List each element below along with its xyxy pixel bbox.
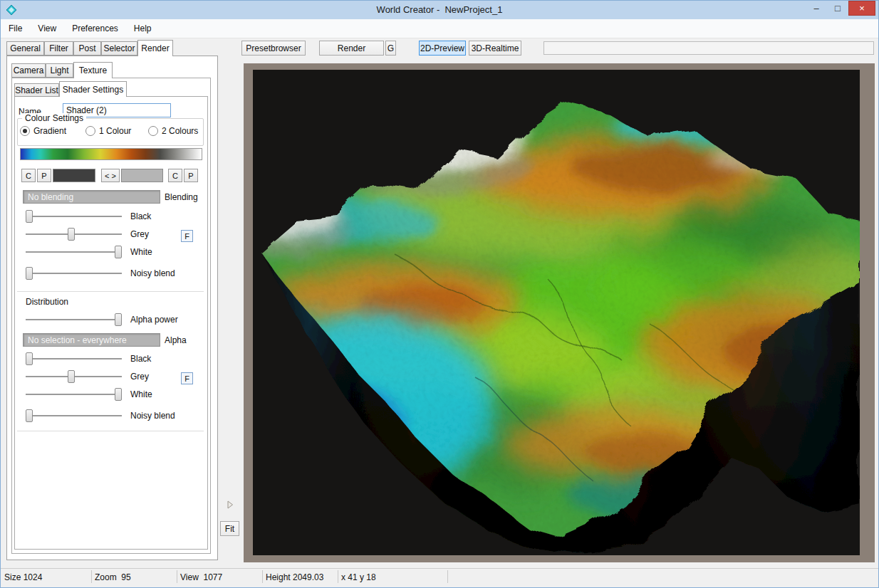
grey-slider[interactable] (26, 227, 122, 241)
titlebar[interactable]: World Creator - NewProject_1 – □ × (1, 1, 878, 19)
two-colours-radio[interactable]: 2 Colours (148, 126, 198, 136)
render-progressbar (543, 41, 874, 55)
radio-icon[interactable] (85, 126, 95, 136)
dist-grey-slider-label: Grey (130, 372, 149, 382)
noisy-blend-slider[interactable] (26, 266, 122, 280)
grey-slider-label: Grey (130, 229, 149, 239)
alpha-selection-combobox-value: No selection - everywhere (28, 335, 127, 345)
slider-thumb[interactable] (115, 388, 122, 401)
menubar: File View Preferences Help (1, 19, 878, 38)
slider-thumb[interactable] (115, 313, 122, 326)
white-slider[interactable] (26, 245, 122, 259)
slider-thumb[interactable] (26, 352, 33, 365)
radio-label: Gradient (33, 126, 66, 136)
presetbrowser-button[interactable]: Presetbrowser (241, 41, 306, 56)
panel-collapse-arrow[interactable] (223, 498, 236, 511)
tab-texture[interactable]: Texture (73, 62, 113, 78)
fit-button[interactable]: Fit (220, 521, 239, 536)
dist-black-slider-label: Black (130, 354, 151, 364)
alpha-selection-combobox[interactable]: No selection - everywhere (23, 333, 160, 347)
maximize-button[interactable]: □ (827, 1, 848, 16)
alpha-power-slider[interactable] (26, 313, 122, 327)
slider-track (26, 394, 122, 395)
dist-filter-button[interactable]: F (181, 372, 193, 384)
g-button[interactable]: G (385, 41, 396, 56)
2d-preview-toggle[interactable]: 2D-Preview (419, 41, 466, 56)
terrain-3d-render (253, 70, 860, 555)
tab-render[interactable]: Render (137, 40, 173, 56)
one-colour-radio[interactable]: 1 Colour (85, 126, 131, 136)
blending-combobox-value: No blending (28, 192, 73, 202)
preview-viewport (244, 63, 875, 562)
render-panel: Camera Light Texture Shader List Shader … (6, 56, 218, 560)
left-colour-swatch[interactable] (53, 169, 95, 182)
radio-label: 1 Colour (99, 126, 131, 136)
slider-thumb[interactable] (68, 370, 75, 383)
3d-realtime-toggle[interactable]: 3D-Realtime (469, 41, 521, 56)
tab-selector[interactable]: Selector (101, 41, 137, 56)
close-button[interactable]: × (848, 1, 875, 16)
slider-track (26, 251, 122, 253)
slider-thumb[interactable] (26, 210, 33, 223)
menu-view[interactable]: View (30, 19, 64, 38)
dist-white-slider[interactable] (26, 387, 122, 401)
slider-thumb[interactable] (115, 246, 122, 258)
right-colour-swatch[interactable] (121, 169, 163, 182)
tab-general[interactable]: General (6, 41, 44, 56)
gradient-bar[interactable] (20, 148, 202, 160)
blending-label: Blending (165, 192, 198, 202)
alpha-label: Alpha (165, 335, 187, 345)
status-zoom: Zoom 95 (95, 572, 131, 582)
paste-colour-button-right[interactable]: P (184, 169, 198, 182)
slider-thumb[interactable] (26, 267, 33, 280)
tab-shader-list[interactable]: Shader List (14, 83, 59, 97)
slider-track (26, 415, 122, 416)
status-separator (91, 570, 92, 583)
black-slider[interactable] (26, 209, 122, 224)
dist-grey-slider[interactable] (26, 369, 122, 384)
copy-colour-button-right[interactable]: C (168, 169, 182, 182)
noisy-blend-slider-label: Noisy blend (130, 268, 175, 278)
right-arrow-icon (226, 500, 234, 509)
filter-button[interactable]: F (181, 230, 193, 242)
dist-black-slider[interactable] (26, 352, 122, 366)
dist-noisy-blend-slider[interactable] (26, 409, 122, 423)
separator (17, 431, 204, 431)
render-viewport[interactable] (253, 70, 860, 555)
paste-colour-button-left[interactable]: P (37, 169, 51, 182)
menu-preferences[interactable]: Preferences (64, 19, 126, 38)
black-slider-label: Black (130, 211, 151, 221)
status-separator (262, 570, 263, 583)
radio-icon[interactable] (148, 126, 158, 136)
status-separator (177, 570, 177, 583)
minimize-button[interactable]: – (806, 1, 827, 16)
blending-combobox[interactable]: No blending (23, 190, 160, 204)
status-size: Size 1024 (4, 572, 42, 582)
status-cursor: x 41 y 18 (341, 572, 376, 582)
gradient-radio[interactable]: Gradient (20, 126, 66, 136)
distribution-legend: Distribution (26, 297, 68, 307)
window-title: World Creator - NewProject_1 (1, 4, 878, 15)
menu-file[interactable]: File (1, 19, 30, 38)
slider-track (26, 273, 122, 274)
tab-filter[interactable]: Filter (44, 41, 73, 56)
tab-camera[interactable]: Camera (11, 63, 46, 78)
render-button[interactable]: Render (319, 41, 384, 56)
menu-help[interactable]: Help (126, 19, 160, 38)
tab-light[interactable]: Light (46, 63, 73, 78)
white-slider-label: White (130, 247, 152, 257)
radio-label: 2 Colours (162, 126, 198, 136)
alpha-power-label: Alpha power (130, 315, 178, 325)
slider-thumb[interactable] (68, 228, 75, 241)
slider-thumb[interactable] (26, 409, 33, 422)
radio-icon[interactable] (20, 126, 30, 136)
copy-colour-button-left[interactable]: C (21, 169, 36, 182)
tab-shader-settings[interactable]: Shader Settings (59, 81, 127, 97)
dist-white-slider-label: White (130, 389, 152, 399)
app-window: World Creator - NewProject_1 – □ × File … (0, 0, 879, 588)
slider-track (26, 358, 122, 359)
dist-noisy-blend-slider-label: Noisy blend (130, 411, 175, 421)
swap-colours-button[interactable]: < > (101, 169, 120, 182)
status-separator (447, 570, 448, 583)
tab-post[interactable]: Post (73, 41, 101, 56)
